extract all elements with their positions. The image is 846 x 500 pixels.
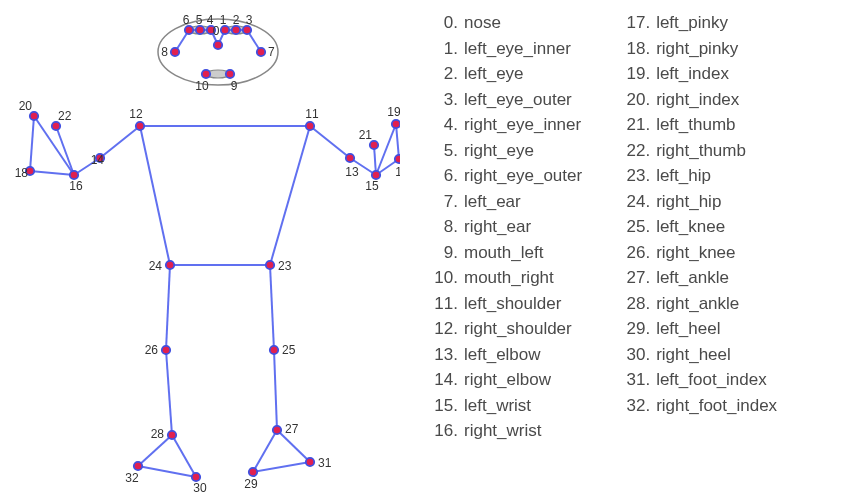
legend-idx: 31. [622, 367, 650, 393]
landmark-label-32: 32 [125, 471, 139, 485]
legend-name: right_hip [656, 192, 721, 211]
legend-row-0: 0.nose [430, 10, 582, 36]
landmark-27-left_ankle [273, 426, 281, 434]
landmark-13-left_elbow [346, 154, 354, 162]
legend-idx: 4. [430, 112, 458, 138]
edge-28-30 [172, 435, 196, 477]
legend-name: left_ankle [656, 268, 729, 287]
legend-name: nose [464, 13, 501, 32]
skeleton-labels: 0123456789101112131415161718192021222324… [15, 13, 400, 495]
landmark-26-right_knee [162, 346, 170, 354]
landmark-3-left_eye_outer [243, 26, 251, 34]
landmark-label-2: 2 [233, 13, 240, 27]
legend-name: left_eye_outer [464, 90, 572, 109]
legend-row-20: 20.right_index [622, 87, 777, 113]
legend-row-17: 17.left_pinky [622, 10, 777, 36]
landmark-label-26: 26 [145, 343, 159, 357]
landmark-7-left_ear [257, 48, 265, 56]
landmark-label-0: 0 [213, 24, 220, 38]
landmark-16-right_wrist [70, 171, 78, 179]
legend-name: mouth_right [464, 268, 554, 287]
legend-name: right_pinky [656, 39, 738, 58]
landmark-label-25: 25 [282, 343, 296, 357]
legend-row-19: 19.left_index [622, 61, 777, 87]
landmark-label-30: 30 [193, 481, 207, 495]
legend-name: left_eye [464, 64, 524, 83]
legend-row-14: 14.right_elbow [430, 367, 582, 393]
legend-row-7: 7.left_ear [430, 189, 582, 215]
legend-name: left_pinky [656, 13, 728, 32]
landmark-label-6: 6 [183, 13, 190, 27]
landmark-label-1: 1 [220, 13, 227, 27]
landmark-22-right_thumb [52, 122, 60, 130]
legend-idx: 19. [622, 61, 650, 87]
legend-idx: 25. [622, 214, 650, 240]
landmark-label-28: 28 [151, 427, 165, 441]
legend-idx: 24. [622, 189, 650, 215]
legend-name: left_foot_index [656, 370, 767, 389]
legend-row-25: 25.left_knee [622, 214, 777, 240]
legend-idx: 11. [430, 291, 458, 317]
legend-idx: 3. [430, 87, 458, 113]
landmark-label-13: 13 [345, 165, 359, 179]
landmark-24-right_hip [166, 261, 174, 269]
legend-idx: 15. [430, 393, 458, 419]
legend-row-8: 8.right_ear [430, 214, 582, 240]
landmark-label-23: 23 [278, 259, 292, 273]
landmark-label-18: 18 [15, 166, 29, 180]
landmark-2-left_eye [232, 26, 240, 34]
landmark-legend: 0.nose1.left_eye_inner2.left_eye3.left_e… [400, 0, 846, 500]
landmark-label-9: 9 [231, 79, 238, 93]
legend-name: left_index [656, 64, 729, 83]
legend-idx: 9. [430, 240, 458, 266]
landmark-label-4: 4 [207, 13, 214, 27]
landmark-label-5: 5 [196, 13, 203, 27]
landmark-label-17: 17 [395, 165, 400, 179]
legend-idx: 7. [430, 189, 458, 215]
legend-row-12: 12.right_shoulder [430, 316, 582, 342]
landmark-11-left_shoulder [306, 122, 314, 130]
legend-row-9: 9.mouth_left [430, 240, 582, 266]
edge-26-28 [166, 350, 172, 435]
legend-row-13: 13.left_elbow [430, 342, 582, 368]
legend-idx: 2. [430, 61, 458, 87]
legend-row-1: 1.left_eye_inner [430, 36, 582, 62]
legend-idx: 16. [430, 418, 458, 444]
legend-name: right_eye [464, 141, 534, 160]
legend-row-28: 28.right_ankle [622, 291, 777, 317]
legend-idx: 5. [430, 138, 458, 164]
landmark-19-left_index [392, 120, 400, 128]
legend-name: left_heel [656, 319, 720, 338]
legend-row-11: 11.left_shoulder [430, 291, 582, 317]
legend-name: right_index [656, 90, 739, 109]
landmark-28-right_ankle [168, 431, 176, 439]
legend-row-10: 10.mouth_right [430, 265, 582, 291]
legend-idx: 32. [622, 393, 650, 419]
landmark-label-31: 31 [318, 456, 332, 470]
landmark-label-12: 12 [129, 107, 143, 121]
legend-row-26: 26.right_knee [622, 240, 777, 266]
legend-name: left_knee [656, 217, 725, 236]
legend-name: right_ear [464, 217, 531, 236]
edge-18-20 [30, 116, 34, 171]
landmark-20-right_index [30, 112, 38, 120]
legend-row-29: 29.left_heel [622, 316, 777, 342]
legend-name: left_shoulder [464, 294, 561, 313]
legend-row-2: 2.left_eye [430, 61, 582, 87]
legend-row-22: 22.right_thumb [622, 138, 777, 164]
legend-row-32: 32.right_foot_index [622, 393, 777, 419]
edge-29-31 [253, 462, 310, 472]
legend-row-5: 5.right_eye [430, 138, 582, 164]
legend-name: left_eye_inner [464, 39, 571, 58]
landmark-0-nose [214, 41, 222, 49]
legend-idx: 0. [430, 10, 458, 36]
legend-idx: 27. [622, 265, 650, 291]
landmark-label-29: 29 [244, 477, 258, 491]
legend-name: mouth_left [464, 243, 543, 262]
landmark-label-22: 22 [58, 109, 72, 123]
legend-row-15: 15.left_wrist [430, 393, 582, 419]
landmark-label-3: 3 [246, 13, 253, 27]
legend-col-1: 0.nose1.left_eye_inner2.left_eye3.left_e… [430, 10, 582, 490]
legend-row-24: 24.right_hip [622, 189, 777, 215]
legend-idx: 29. [622, 316, 650, 342]
